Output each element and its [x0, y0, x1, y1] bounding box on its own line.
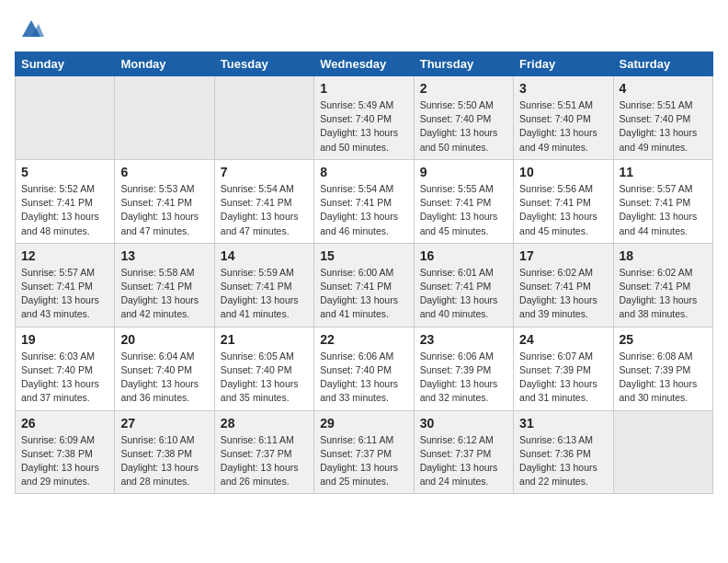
calendar-cell: 6Sunrise: 5:53 AM Sunset: 7:41 PM Daylig… [115, 159, 214, 243]
calendar-cell: 23Sunrise: 6:06 AM Sunset: 7:39 PM Dayli… [414, 327, 513, 410]
day-number: 26 [21, 416, 108, 431]
calendar-cell: 20Sunrise: 6:04 AM Sunset: 7:40 PM Dayli… [115, 327, 214, 410]
day-info: Sunrise: 5:54 AM Sunset: 7:41 PM Dayligh… [221, 182, 308, 238]
day-number: 27 [120, 416, 208, 431]
day-number: 30 [420, 416, 507, 431]
day-number: 24 [519, 332, 607, 347]
day-info: Sunrise: 6:03 AM Sunset: 7:40 PM Dayligh… [21, 350, 108, 406]
calendar-table: SundayMondayTuesdayWednesdayThursdayFrid… [15, 52, 713, 494]
day-number: 21 [221, 332, 308, 347]
weekday-header-tuesday: Tuesday [214, 52, 313, 76]
calendar-cell: 25Sunrise: 6:08 AM Sunset: 7:39 PM Dayli… [613, 327, 712, 410]
day-info: Sunrise: 6:10 AM Sunset: 7:38 PM Dayligh… [120, 433, 208, 489]
day-info: Sunrise: 6:11 AM Sunset: 7:37 PM Dayligh… [221, 433, 308, 489]
day-number: 8 [320, 165, 407, 179]
weekday-header-monday: Monday [115, 52, 214, 76]
day-info: Sunrise: 6:02 AM Sunset: 7:41 PM Dayligh… [620, 266, 707, 322]
day-number: 9 [420, 165, 507, 179]
day-info: Sunrise: 6:05 AM Sunset: 7:40 PM Dayligh… [221, 350, 308, 406]
weekday-header-row: SundayMondayTuesdayWednesdayThursdayFrid… [16, 52, 713, 76]
day-number: 20 [120, 332, 208, 347]
calendar-cell: 26Sunrise: 6:09 AM Sunset: 7:38 PM Dayli… [16, 410, 115, 494]
calendar-cell [16, 76, 115, 160]
calendar-cell: 16Sunrise: 6:01 AM Sunset: 7:41 PM Dayli… [414, 243, 513, 327]
day-number: 15 [320, 248, 407, 263]
calendar-cell: 30Sunrise: 6:12 AM Sunset: 7:37 PM Dayli… [414, 410, 513, 494]
day-number: 1 [320, 81, 407, 96]
day-info: Sunrise: 5:58 AM Sunset: 7:41 PM Dayligh… [120, 266, 208, 322]
day-info: Sunrise: 5:54 AM Sunset: 7:41 PM Dayligh… [320, 182, 407, 238]
calendar-cell: 1Sunrise: 5:49 AM Sunset: 7:40 PM Daylig… [314, 76, 414, 160]
day-info: Sunrise: 6:11 AM Sunset: 7:37 PM Dayligh… [320, 433, 407, 489]
calendar-cell: 12Sunrise: 5:57 AM Sunset: 7:41 PM Dayli… [16, 243, 115, 327]
calendar-cell: 4Sunrise: 5:51 AM Sunset: 7:40 PM Daylig… [613, 76, 712, 160]
calendar-week-row: 19Sunrise: 6:03 AM Sunset: 7:40 PM Dayli… [16, 327, 713, 410]
day-info: Sunrise: 5:52 AM Sunset: 7:41 PM Dayligh… [21, 182, 108, 238]
day-number: 10 [519, 165, 607, 179]
day-number: 28 [221, 416, 308, 431]
calendar-cell: 15Sunrise: 6:00 AM Sunset: 7:41 PM Dayli… [314, 243, 414, 327]
day-number: 4 [620, 81, 707, 96]
day-number: 3 [519, 81, 607, 96]
day-number: 31 [519, 416, 607, 431]
calendar-week-row: 26Sunrise: 6:09 AM Sunset: 7:38 PM Dayli… [16, 410, 713, 494]
calendar-week-row: 5Sunrise: 5:52 AM Sunset: 7:41 PM Daylig… [16, 159, 713, 243]
calendar-cell: 11Sunrise: 5:57 AM Sunset: 7:41 PM Dayli… [613, 159, 712, 243]
day-info: Sunrise: 5:55 AM Sunset: 7:41 PM Dayligh… [420, 182, 507, 238]
day-number: 29 [320, 416, 407, 431]
day-info: Sunrise: 5:56 AM Sunset: 7:41 PM Dayligh… [519, 182, 607, 238]
day-number: 7 [221, 165, 308, 179]
calendar-cell: 3Sunrise: 5:51 AM Sunset: 7:40 PM Daylig… [514, 76, 613, 160]
day-info: Sunrise: 6:09 AM Sunset: 7:38 PM Dayligh… [21, 433, 108, 489]
day-number: 18 [620, 248, 707, 263]
day-info: Sunrise: 6:04 AM Sunset: 7:40 PM Dayligh… [120, 350, 208, 406]
calendar-cell: 31Sunrise: 6:13 AM Sunset: 7:36 PM Dayli… [514, 410, 613, 494]
calendar-cell: 19Sunrise: 6:03 AM Sunset: 7:40 PM Dayli… [16, 327, 115, 410]
day-number: 12 [21, 248, 108, 263]
day-info: Sunrise: 6:02 AM Sunset: 7:41 PM Dayligh… [519, 266, 607, 322]
calendar-cell: 2Sunrise: 5:50 AM Sunset: 7:40 PM Daylig… [414, 76, 513, 160]
calendar-cell [613, 410, 712, 494]
calendar-cell: 28Sunrise: 6:11 AM Sunset: 7:37 PM Dayli… [214, 410, 313, 494]
day-number: 23 [420, 332, 507, 347]
weekday-header-friday: Friday [514, 52, 613, 76]
calendar-week-row: 12Sunrise: 5:57 AM Sunset: 7:41 PM Dayli… [16, 243, 713, 327]
calendar-cell: 18Sunrise: 6:02 AM Sunset: 7:41 PM Dayli… [613, 243, 712, 327]
calendar-cell [214, 76, 313, 160]
day-number: 19 [21, 332, 108, 347]
day-info: Sunrise: 6:08 AM Sunset: 7:39 PM Dayligh… [620, 350, 707, 406]
day-info: Sunrise: 5:53 AM Sunset: 7:41 PM Dayligh… [120, 182, 208, 238]
day-number: 25 [620, 332, 707, 347]
day-number: 22 [320, 332, 407, 347]
calendar-cell: 13Sunrise: 5:58 AM Sunset: 7:41 PM Dayli… [115, 243, 214, 327]
calendar-cell: 24Sunrise: 6:07 AM Sunset: 7:39 PM Dayli… [514, 327, 613, 410]
calendar-cell: 27Sunrise: 6:10 AM Sunset: 7:38 PM Dayli… [115, 410, 214, 494]
weekday-header-sunday: Sunday [16, 52, 115, 76]
day-info: Sunrise: 5:59 AM Sunset: 7:41 PM Dayligh… [221, 266, 308, 322]
day-info: Sunrise: 6:01 AM Sunset: 7:41 PM Dayligh… [420, 266, 507, 322]
calendar-cell: 17Sunrise: 6:02 AM Sunset: 7:41 PM Dayli… [514, 243, 613, 327]
calendar-cell: 5Sunrise: 5:52 AM Sunset: 7:41 PM Daylig… [16, 159, 115, 243]
day-number: 5 [21, 165, 108, 179]
day-info: Sunrise: 5:50 AM Sunset: 7:40 PM Dayligh… [420, 98, 507, 155]
day-number: 11 [620, 165, 707, 179]
day-info: Sunrise: 6:00 AM Sunset: 7:41 PM Dayligh… [320, 266, 407, 322]
calendar-cell: 22Sunrise: 6:06 AM Sunset: 7:40 PM Dayli… [314, 327, 414, 410]
calendar-cell: 10Sunrise: 5:56 AM Sunset: 7:41 PM Dayli… [514, 159, 613, 243]
calendar-cell: 7Sunrise: 5:54 AM Sunset: 7:41 PM Daylig… [214, 159, 313, 243]
logo-icon [18, 15, 44, 40]
day-info: Sunrise: 5:49 AM Sunset: 7:40 PM Dayligh… [320, 98, 407, 155]
day-info: Sunrise: 5:57 AM Sunset: 7:41 PM Dayligh… [620, 182, 707, 238]
weekday-header-thursday: Thursday [414, 52, 513, 76]
calendar-cell: 14Sunrise: 5:59 AM Sunset: 7:41 PM Dayli… [214, 243, 313, 327]
calendar-cell: 29Sunrise: 6:11 AM Sunset: 7:37 PM Dayli… [314, 410, 414, 494]
day-number: 13 [120, 248, 208, 263]
day-info: Sunrise: 6:12 AM Sunset: 7:37 PM Dayligh… [420, 433, 507, 489]
day-number: 16 [420, 248, 507, 263]
weekday-header-saturday: Saturday [613, 52, 712, 76]
calendar-cell [115, 76, 214, 160]
calendar-cell: 9Sunrise: 5:55 AM Sunset: 7:41 PM Daylig… [414, 159, 513, 243]
day-info: Sunrise: 6:07 AM Sunset: 7:39 PM Dayligh… [519, 350, 607, 406]
day-number: 2 [420, 81, 507, 96]
day-number: 6 [120, 165, 208, 179]
